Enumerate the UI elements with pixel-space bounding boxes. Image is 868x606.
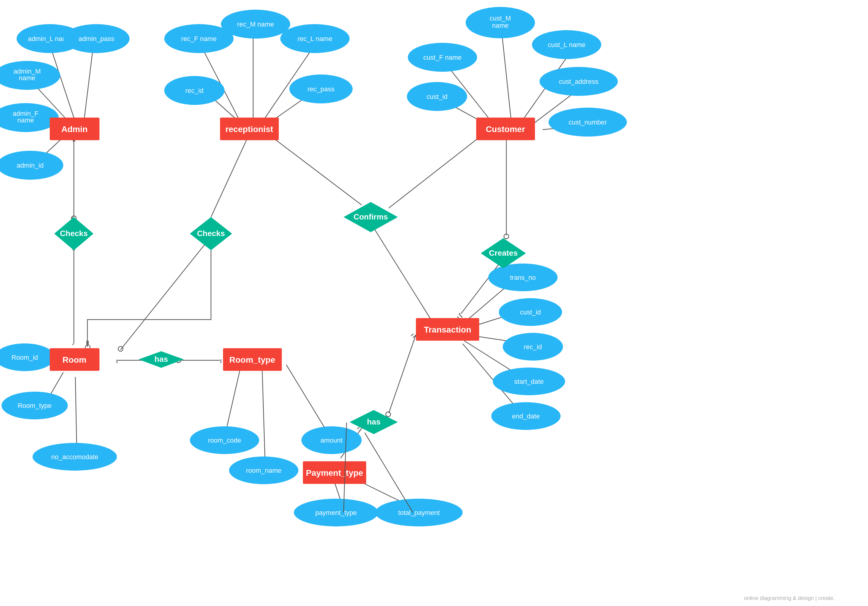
- attr-rec-id-label: rec_id: [185, 87, 203, 94]
- svg-point-69: [118, 347, 123, 351]
- attr-total-payment-label: total_payment: [398, 509, 440, 516]
- attr-admin-pass-label: admin_pass: [79, 35, 115, 42]
- attr-rec-pass-label: rec_pass: [307, 85, 334, 93]
- attr-cust-id-label: cust_id: [426, 93, 448, 100]
- attr-roomtype-amount-label: amount: [320, 437, 343, 444]
- relation-creates-label: Creates: [489, 249, 518, 258]
- attr-cust-fname-label: cust_F name: [423, 54, 462, 61]
- svg-text:name: name: [19, 74, 35, 82]
- attr-trans-no-label: trans_no: [510, 274, 536, 281]
- entity-customer-label: Customer: [486, 124, 525, 134]
- svg-line-43: [389, 335, 416, 413]
- attr-trans-custid-label: cust_id: [520, 308, 541, 316]
- attr-rec-mname-label: rec_M name: [237, 20, 274, 28]
- svg-line-26: [371, 223, 431, 320]
- svg-line-77: [365, 433, 413, 513]
- attr-roomtype-name-label: room_name: [246, 467, 281, 474]
- attr-trans-recid-label: rec_id: [524, 343, 542, 351]
- attr-cust-lname-label: cust_L name: [548, 41, 585, 48]
- svg-text:name: name: [492, 22, 508, 29]
- relation-checks-admin-label: Checks: [60, 229, 88, 238]
- relation-confirms-label: Confirms: [353, 212, 388, 221]
- svg-point-44: [386, 412, 391, 416]
- svg-line-66: [358, 427, 359, 429]
- relation-checks-rec-label: Checks: [197, 229, 225, 238]
- attr-room-type-label: Room_type: [18, 402, 52, 409]
- attr-room-id-label: Room_id: [11, 354, 38, 361]
- svg-line-29: [121, 244, 205, 350]
- attr-payment-type-label: payment_type: [315, 509, 357, 516]
- entity-receptionist-label: receptionist: [225, 124, 273, 134]
- entity-admin-label: Admin: [61, 124, 87, 134]
- relation-has-payment-label: has: [367, 417, 381, 426]
- entity-room-label: Room: [62, 355, 86, 365]
- svg-line-21: [389, 133, 485, 208]
- svg-text:name: name: [17, 117, 34, 124]
- svg-line-15: [502, 33, 511, 118]
- attr-trans-startdate-label: start_date: [514, 378, 544, 385]
- svg-line-1: [84, 45, 93, 118]
- attr-cust-mname-label: cust_M: [490, 14, 511, 22]
- watermark: online diagramming & design | create.: [744, 595, 835, 601]
- attr-cust-address-label: cust_address: [559, 78, 598, 85]
- svg-line-33: [262, 371, 265, 467]
- svg-line-64: [411, 334, 414, 336]
- attr-cust-number-label: cust_number: [569, 118, 607, 126]
- svg-line-13: [211, 139, 247, 217]
- svg-line-34: [286, 365, 330, 437]
- entity-payment-type-label: Payment_type: [306, 468, 363, 477]
- attr-rec-lname-label: rec_L name: [298, 35, 332, 42]
- entity-room-type-label: Room_type: [229, 355, 275, 365]
- svg-line-14: [262, 130, 362, 205]
- svg-line-32: [225, 365, 241, 437]
- attr-admin-id-label: admin_id: [17, 162, 43, 169]
- attr-rec-fname-label: rec_F name: [181, 35, 216, 42]
- relation-has-room-label: has: [155, 354, 168, 364]
- attr-trans-enddate-label: end_date: [512, 412, 540, 420]
- entity-transaction-label: Transaction: [424, 325, 471, 334]
- svg-line-61: [459, 314, 462, 317]
- attr-room-no-acc-label: no_accomodate: [51, 453, 99, 461]
- attr-roomtype-code-label: room_code: [208, 437, 241, 444]
